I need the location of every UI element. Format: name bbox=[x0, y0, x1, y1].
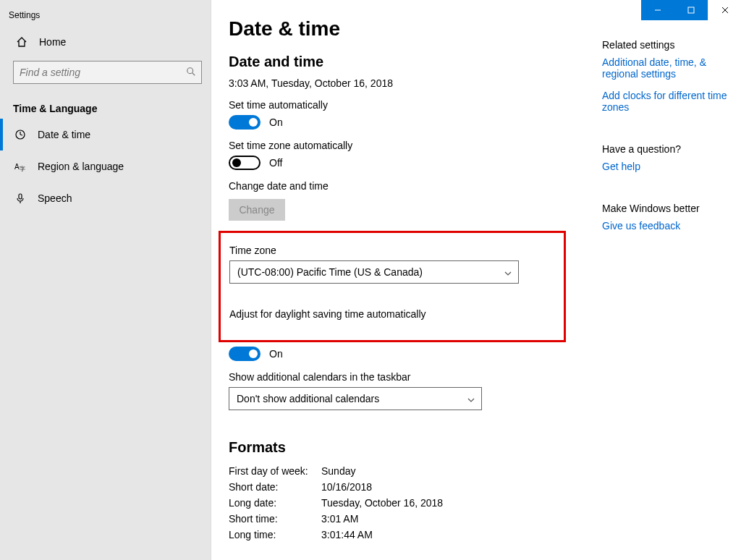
set-tz-auto-state: Off bbox=[269, 157, 282, 169]
active-marker bbox=[0, 119, 3, 150]
first-day-key: First day of week: bbox=[229, 465, 321, 477]
minimize-button[interactable] bbox=[641, 0, 674, 20]
set-time-auto-label: Set time automatically bbox=[229, 99, 598, 111]
chevron-down-icon bbox=[467, 395, 475, 407]
get-help-link[interactable]: Get help bbox=[602, 161, 740, 172]
home-nav[interactable]: Home bbox=[0, 27, 211, 56]
timezone-select[interactable]: (UTC-08:00) Pacific Time (US & Canada) bbox=[229, 260, 519, 284]
timezone-label: Time zone bbox=[229, 245, 552, 256]
svg-point-4 bbox=[187, 68, 193, 74]
close-button[interactable] bbox=[708, 0, 741, 20]
give-feedback-link[interactable]: Give us feedback bbox=[602, 220, 740, 232]
dst-state: On bbox=[269, 348, 283, 360]
short-date-key: Short date: bbox=[229, 481, 321, 493]
first-day-value: Sunday bbox=[321, 465, 355, 477]
app-title: Settings bbox=[0, 6, 211, 27]
long-time-key: Long time: bbox=[229, 529, 321, 540]
sidebar-item-region-language[interactable]: A字 Region & language bbox=[0, 150, 211, 182]
calendars-label: Show additional calendars in the taskbar bbox=[229, 371, 598, 383]
set-time-auto-toggle[interactable] bbox=[229, 115, 261, 130]
calendars-select[interactable]: Don't show additional calendars bbox=[229, 387, 482, 410]
sidebar-item-date-time[interactable]: Date & time bbox=[0, 119, 211, 150]
clock-icon bbox=[13, 129, 27, 140]
formats-table: First day of week:Sunday Short date:10/1… bbox=[229, 463, 598, 543]
long-time-value: 3:01:44 AM bbox=[321, 529, 373, 540]
section-date-and-time: Date and time bbox=[229, 54, 598, 70]
add-clocks-link[interactable]: Add clocks for different time zones bbox=[602, 90, 740, 113]
related-settings-title: Related settings bbox=[602, 39, 740, 51]
make-windows-better-title: Make Windows better bbox=[602, 203, 740, 214]
long-date-key: Long date: bbox=[229, 497, 321, 509]
dst-label: Adjust for daylight saving time automati… bbox=[229, 308, 552, 320]
have-question-title: Have a question? bbox=[602, 143, 740, 155]
sidebar: Settings Home Time & Language Date & tim… bbox=[0, 0, 211, 560]
main-area: Date & time Date and time 3:03 AM, Tuesd… bbox=[211, 0, 741, 560]
maximize-button[interactable] bbox=[674, 0, 708, 20]
microphone-icon bbox=[13, 192, 27, 204]
short-date-value: 10/16/2018 bbox=[321, 481, 372, 493]
content: Date & time Date and time 3:03 AM, Tuesd… bbox=[229, 17, 598, 560]
search-icon bbox=[186, 67, 196, 80]
change-date-time-label: Change date and time bbox=[229, 180, 598, 192]
chevron-down-icon bbox=[504, 268, 512, 280]
timezone-highlight: Time zone (UTC-08:00) Pacific Time (US &… bbox=[219, 231, 566, 342]
language-icon: A字 bbox=[13, 161, 27, 172]
sidebar-section-title: Time & Language bbox=[0, 91, 211, 119]
calendars-value: Don't show additional calendars bbox=[237, 393, 379, 404]
page-title: Date & time bbox=[229, 17, 598, 41]
search-input-wrapper bbox=[13, 61, 202, 84]
window-controls bbox=[641, 0, 741, 20]
svg-text:字: 字 bbox=[20, 166, 25, 172]
set-time-auto-state: On bbox=[269, 116, 283, 128]
svg-rect-11 bbox=[19, 194, 22, 199]
formats-title: Formats bbox=[229, 439, 598, 456]
set-tz-auto-label: Set time zone automatically bbox=[229, 140, 598, 151]
svg-text:A: A bbox=[14, 163, 20, 171]
change-button: Change bbox=[229, 199, 285, 221]
home-icon bbox=[14, 36, 29, 48]
current-datetime: 3:03 AM, Tuesday, October 16, 2018 bbox=[229, 77, 598, 89]
timezone-value: (UTC-08:00) Pacific Time (US & Canada) bbox=[237, 266, 423, 278]
svg-line-8 bbox=[20, 135, 22, 135]
long-date-value: Tuesday, October 16, 2018 bbox=[321, 497, 443, 509]
home-label: Home bbox=[39, 36, 66, 48]
dst-toggle[interactable] bbox=[229, 347, 261, 361]
sidebar-item-label: Date & time bbox=[38, 129, 90, 140]
sidebar-item-speech[interactable]: Speech bbox=[0, 182, 211, 214]
svg-rect-1 bbox=[688, 7, 694, 13]
additional-date-link[interactable]: Additional date, time, & regional settin… bbox=[602, 56, 740, 80]
settings-window: Settings Home Time & Language Date & tim… bbox=[0, 0, 741, 560]
sidebar-item-label: Region & language bbox=[38, 161, 124, 172]
short-time-key: Short time: bbox=[229, 513, 321, 525]
svg-line-5 bbox=[192, 73, 195, 76]
search-input[interactable] bbox=[13, 61, 202, 84]
right-panel: Related settings Additional date, time, … bbox=[602, 17, 740, 560]
short-time-value: 3:01 AM bbox=[321, 513, 358, 525]
set-tz-auto-toggle[interactable] bbox=[229, 156, 261, 170]
sidebar-item-label: Speech bbox=[38, 192, 72, 204]
